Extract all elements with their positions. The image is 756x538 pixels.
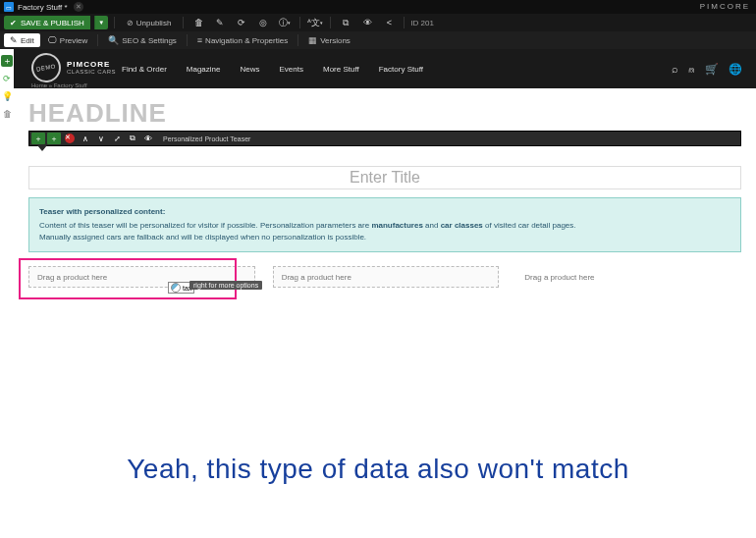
versions-label: Versions xyxy=(320,36,351,45)
preview-label: Preview xyxy=(60,36,87,45)
info-icon[interactable]: ⓘ▾ xyxy=(276,16,294,29)
edit-button[interactable]: ✎ Edit xyxy=(4,33,40,47)
share-icon[interactable]: < xyxy=(380,16,398,29)
nav-factory-stuff[interactable]: Factory Stuff xyxy=(379,65,423,74)
block-toolbar: ＋ ＋ ✕ ∧ ∨ ⤢ ⧉ 👁 Personalized Product Tea… xyxy=(28,131,741,146)
secondary-toolbar: ✎ Edit 🖵 Preview 🔍 SEO & Settings ≡ Navi… xyxy=(0,31,756,49)
brand-label: PIMCORE xyxy=(700,0,750,14)
title-placeholder: Enter Title xyxy=(350,169,420,187)
document-id: ID 201 xyxy=(410,19,434,27)
product-dropzone-2[interactable]: Drag a product here xyxy=(273,266,500,288)
action-bar: ✔ SAVE & PUBLISH ▼ ⊘ Unpublish 🗑 ✎ ⟳ ◎ ⓘ… xyxy=(0,14,756,31)
nav-properties-button[interactable]: ≡ Navigation & Properties xyxy=(191,33,294,47)
block-up-icon[interactable]: ∧ xyxy=(79,133,92,144)
versions-button[interactable]: ▦ Versions xyxy=(302,33,356,47)
rail-bulb-icon[interactable]: 💡 xyxy=(1,90,13,102)
cart-icon[interactable]: 🛒 xyxy=(705,63,719,76)
tab-close-icon[interactable]: ✕ xyxy=(74,2,83,12)
headline-placeholder[interactable]: HEADLINE xyxy=(28,98,756,129)
search-icon[interactable]: ⌕ xyxy=(672,63,678,76)
separator xyxy=(330,17,331,28)
block-expand-icon[interactable]: ⤢ xyxy=(110,133,124,144)
rename-icon[interactable]: ✎ xyxy=(211,16,229,29)
info-line1: Content of this teaser will be personali… xyxy=(39,220,730,232)
separator xyxy=(297,34,298,46)
separator xyxy=(183,17,184,28)
unpublish-button[interactable]: ⊘ Unpublish xyxy=(121,16,178,29)
logo-line1: PIMCORE xyxy=(67,61,116,69)
rail-refresh-icon[interactable]: ⟳ xyxy=(1,73,13,84)
nav-magazine[interactable]: Magazine xyxy=(187,65,221,74)
block-remove-icon[interactable]: ✕ xyxy=(63,133,77,144)
block-add-before-icon[interactable]: ＋ xyxy=(31,133,45,144)
rail-trash-icon[interactable]: 🗑 xyxy=(1,108,13,120)
pencil-icon: ✎ xyxy=(10,35,18,45)
seo-button[interactable]: 🔍 SEO & Settings xyxy=(102,33,183,47)
preview-eye-icon[interactable]: 👁 xyxy=(358,16,376,29)
translate-icon[interactable]: ᴬ文▾ xyxy=(306,16,324,29)
product-dropzone-3[interactable]: Drag a product here xyxy=(516,266,741,288)
block-visibility-icon[interactable]: 👁 xyxy=(141,133,155,144)
separator xyxy=(97,34,98,46)
nav-label: Navigation & Properties xyxy=(205,36,288,45)
unpublish-label: Unpublish xyxy=(136,19,172,27)
left-rail: ＋ ⟳ 💡 🗑 xyxy=(0,49,14,120)
block-down-icon[interactable]: ∨ xyxy=(94,133,108,144)
search-icon: 🔍 xyxy=(108,35,119,45)
dropzone-row: Drag a product here Drag a product here … xyxy=(28,266,741,288)
save-publish-dropdown[interactable]: ▼ xyxy=(94,16,108,29)
trash-icon[interactable]: 🗑 xyxy=(189,16,207,29)
title-input[interactable]: Enter Title xyxy=(28,166,741,189)
context-tooltip: right for more options xyxy=(189,281,262,290)
separator xyxy=(114,17,115,28)
block-copy-icon[interactable]: ⧉ xyxy=(126,133,139,144)
nav-find-order[interactable]: Find & Order xyxy=(122,65,167,74)
edit-label: Edit xyxy=(21,36,34,45)
separator xyxy=(299,17,300,28)
slide-caption: Yeah, this type of data also won't match xyxy=(0,454,756,485)
page-content: HEADLINE ＋ ＋ ✕ ∧ ∨ ⤢ ⧉ 👁 Personalized Pr… xyxy=(14,98,756,288)
grid-icon: ▦ xyxy=(308,35,317,45)
separator xyxy=(404,17,405,28)
tab-title: Factory Stuff * xyxy=(18,3,68,12)
block-add-after-icon[interactable]: ＋ xyxy=(47,133,61,144)
document-icon: ▭ xyxy=(4,2,14,12)
preview-button[interactable]: 🖵 Preview xyxy=(42,33,93,47)
sliders-icon: ≡ xyxy=(197,35,202,45)
unpublish-icon: ⊘ xyxy=(127,19,134,27)
globe-icon[interactable]: 🌐 xyxy=(729,63,742,76)
check-icon: ✔ xyxy=(10,19,17,27)
nav-news[interactable]: News xyxy=(240,65,259,74)
target-icon[interactable]: ◎ xyxy=(254,16,272,29)
nav-events[interactable]: Events xyxy=(280,65,303,74)
save-publish-label: SAVE & PUBLISH xyxy=(21,19,84,27)
open-icon[interactable]: ⧉ xyxy=(337,16,354,29)
separator xyxy=(187,34,188,46)
save-publish-button[interactable]: ✔ SAVE & PUBLISH xyxy=(4,16,90,29)
info-title: Teaser with personalized content: xyxy=(39,206,730,218)
breadcrumb: Home » Factory Stuff xyxy=(31,82,87,88)
logo-badge: DEMO xyxy=(29,51,64,85)
block-pointer xyxy=(37,145,47,151)
info-line2: Manually assigned cars are fallback and … xyxy=(39,232,730,243)
monitor-icon: 🖵 xyxy=(48,35,57,45)
rail-add-icon[interactable]: ＋ xyxy=(1,55,13,67)
seo-label: SEO & Settings xyxy=(122,36,177,45)
logo-line2: CLASSIC CARS xyxy=(67,69,116,75)
user-icon[interactable]: ⍝ xyxy=(688,63,695,76)
block-type-label: Personalized Product Teaser xyxy=(163,135,250,142)
site-header: DEMO PIMCORE CLASSIC CARS Find & Order M… xyxy=(14,49,756,88)
reload-icon[interactable]: ⟳ xyxy=(233,16,250,29)
nav-more-stuff[interactable]: More Stuff xyxy=(323,65,359,74)
info-box: Teaser with personalized content: Conten… xyxy=(28,197,741,252)
site-logo[interactable]: DEMO PIMCORE CLASSIC CARS xyxy=(31,53,116,82)
titlebar: ▭ Factory Stuff * ✕ PIMCORE xyxy=(0,0,756,14)
